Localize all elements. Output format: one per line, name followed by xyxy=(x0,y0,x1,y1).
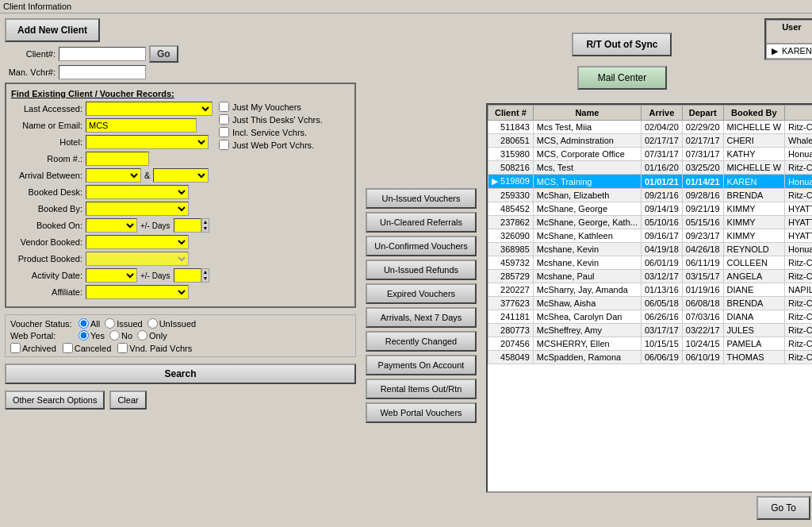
cell-depart: 02/17/17 xyxy=(682,134,723,148)
chk-vnd-paid: Vnd. Paid Vchrs xyxy=(117,343,192,353)
name-email-label: Name or Email: xyxy=(11,121,82,130)
radio-only-input[interactable] xyxy=(137,330,147,340)
activity-days-input[interactable] xyxy=(174,268,201,283)
cell-arrive: 03/12/17 xyxy=(641,270,682,283)
table-header-row: Client # Name Arrive Depart Booked By Ho… xyxy=(488,106,813,121)
col-booked-by: Booked By xyxy=(723,106,784,121)
uncleared-referrals-button[interactable]: Un-Cleared Referrals xyxy=(366,212,477,233)
mail-center-button[interactable]: Mail Center xyxy=(577,66,667,90)
radio-issued-input[interactable] xyxy=(105,318,115,329)
activity-spinner[interactable]: ▲ ▼ xyxy=(201,268,210,283)
cell-booked-by: KIMMY xyxy=(723,202,784,216)
arrival-to-select[interactable] xyxy=(153,168,209,183)
table-row[interactable]: 485452McShane, George09/14/1909/21/19KIM… xyxy=(488,202,813,216)
table-row[interactable]: 237862McShane, George, Kath...05/10/1605… xyxy=(488,216,813,229)
radio-no-label: No xyxy=(121,331,132,340)
go-button[interactable]: Go xyxy=(149,45,178,63)
man-vchr-input[interactable] xyxy=(59,65,146,79)
booked-on-select[interactable] xyxy=(86,218,137,233)
chk-just-web-input[interactable] xyxy=(219,140,229,150)
arrival-label: Arrival Between: xyxy=(11,171,82,180)
radio-unissued-input[interactable] xyxy=(147,318,158,329)
cell-booked-by: BRENDA xyxy=(723,189,784,202)
radio-yes-input[interactable] xyxy=(79,330,89,340)
clear-button[interactable]: Clear xyxy=(109,390,146,410)
col-name: Name xyxy=(533,106,641,121)
arrival-from-select[interactable] xyxy=(86,168,141,183)
chk-incl-service: Incl. Service Vchrs. xyxy=(219,127,350,137)
table-row[interactable]: 326090McShane, Kathleen09/16/1709/23/17K… xyxy=(488,229,813,243)
activity-date-select[interactable] xyxy=(86,268,137,283)
cell-booked-by: MICHELLE W xyxy=(723,161,784,175)
table-row[interactable]: 459732Mcshane, Kevin06/01/1906/11/19COLL… xyxy=(488,256,813,270)
booked-by-row: Booked By: xyxy=(11,202,213,216)
payments-on-account-button[interactable]: Payments On Account xyxy=(366,355,477,375)
user-time-box: User Timein Timeon ▶ KAREN 08:55a 02:36 xyxy=(764,18,812,60)
radio-unissued: UnIssued xyxy=(147,318,196,329)
cell-client-num: ▶ 519809 xyxy=(488,175,534,189)
cell-hotel: Ritz-Carlton, Kapalu xyxy=(785,161,812,175)
table-row[interactable]: 241181McShea, Carolyn Dan06/26/1607/03/1… xyxy=(488,310,813,324)
table-row[interactable]: ▶ 519809MCS, Training01/01/2101/14/21KAR… xyxy=(488,175,813,189)
booked-by-select[interactable] xyxy=(86,202,189,216)
hotel-select[interactable] xyxy=(86,135,209,149)
web-portal-vouchers-button[interactable]: Web Portal Vouchers xyxy=(366,402,477,423)
table-row[interactable]: 220227McSharry, Jay, Amanda01/13/1601/19… xyxy=(488,283,813,297)
rental-items-button[interactable]: Rental Items Out/Rtn xyxy=(366,379,477,399)
unissued-refunds-button[interactable]: Un-Issued Refunds xyxy=(366,260,477,280)
chk-just-this-input[interactable] xyxy=(219,114,229,125)
table-row[interactable]: 368985Mcshane, Kevin04/19/1804/26/18REYN… xyxy=(488,243,813,256)
radio-no-input[interactable] xyxy=(109,330,120,340)
table-row[interactable]: 377623McShaw, Aisha06/05/1806/08/18BREND… xyxy=(488,297,813,310)
table-row[interactable]: 285729Mcshane, Paul03/12/1703/15/17ANGEL… xyxy=(488,270,813,283)
table-row[interactable]: 508216Mcs, Test01/16/2003/25/20MICHELLE … xyxy=(488,161,813,175)
chk-just-my: Just My Vouchers xyxy=(219,102,350,112)
chk-vnd-paid-input[interactable] xyxy=(117,343,128,353)
chk-just-my-input[interactable] xyxy=(219,102,229,112)
cell-arrive: 06/06/19 xyxy=(641,351,682,364)
title-bar: Client Information xyxy=(0,0,812,13)
affiliate-select[interactable] xyxy=(86,285,189,299)
cell-arrive: 02/04/20 xyxy=(641,121,682,134)
last-accessed-select[interactable] xyxy=(86,102,213,116)
chk-canceled-input[interactable] xyxy=(63,343,73,353)
booked-desk-select[interactable] xyxy=(86,185,189,199)
client-num-input[interactable] xyxy=(59,47,146,61)
radio-all-input[interactable] xyxy=(79,318,89,329)
rit-sync-button[interactable]: R/T Out of Sync xyxy=(572,33,672,56)
booked-desk-label: Booked Desk: xyxy=(11,187,82,197)
arrivals-next-7-button[interactable]: Arrivals, Next 7 Days xyxy=(366,307,477,328)
recently-changed-button[interactable]: Recently Changed xyxy=(366,331,477,352)
cell-name: McShaw, Aisha xyxy=(533,297,641,310)
cell-booked-by: KATHY xyxy=(723,148,784,161)
table-row[interactable]: 280651MCS, Adminstration02/17/1702/17/17… xyxy=(488,134,813,148)
cell-hotel: Ritz-Carlton, Kapalu xyxy=(785,324,812,337)
name-email-input[interactable] xyxy=(86,118,197,133)
table-row[interactable]: 458049McSpadden, Ramona06/06/1906/10/19T… xyxy=(488,351,813,364)
chk-incl-service-input[interactable] xyxy=(219,127,229,137)
man-vchr-row: Man. Vchr#: xyxy=(8,65,178,79)
goto-button[interactable]: Go To xyxy=(756,496,810,520)
other-search-button[interactable]: Other Search Options xyxy=(5,390,105,410)
booked-on-spinner[interactable]: ▲ ▼ xyxy=(201,218,210,233)
col-hotel: Hotel xyxy=(785,106,812,121)
room-input[interactable] xyxy=(86,152,149,166)
unconfirmed-vouchers-button[interactable]: Un-Confirmed Vouchers xyxy=(366,236,477,256)
vendor-select[interactable] xyxy=(86,235,189,249)
add-new-client-button[interactable]: Add New Client xyxy=(5,18,100,42)
booked-on-days-input[interactable] xyxy=(174,218,201,233)
table-row[interactable]: 280773McSheffrey, Amy03/17/1703/22/17JUL… xyxy=(488,324,813,337)
cell-client-num: 280773 xyxy=(488,324,534,337)
radio-all: All xyxy=(79,318,100,329)
search-button[interactable]: Search xyxy=(5,364,356,384)
chk-just-this-label: Just This Desks' Vchrs. xyxy=(232,115,323,125)
chk-canceled: Canceled xyxy=(63,343,111,353)
table-row[interactable]: 207456MCSHERRY, Ellen10/15/1510/24/15PAM… xyxy=(488,337,813,351)
table-row[interactable]: 511843Mcs Test, Miia02/04/2002/29/20MICH… xyxy=(488,121,813,134)
unissued-vouchers-button[interactable]: Un-Issued Vouchers xyxy=(366,188,477,209)
chk-archived-input[interactable] xyxy=(10,343,21,353)
cell-client-num: 315980 xyxy=(488,148,534,161)
table-row[interactable]: 259330McShan, Elizabeth09/21/1609/28/16B… xyxy=(488,189,813,202)
table-row[interactable]: 315980MCS, Corporate Office07/31/1707/31… xyxy=(488,148,813,161)
expired-vouchers-button[interactable]: Expired Vouchers xyxy=(366,283,477,304)
